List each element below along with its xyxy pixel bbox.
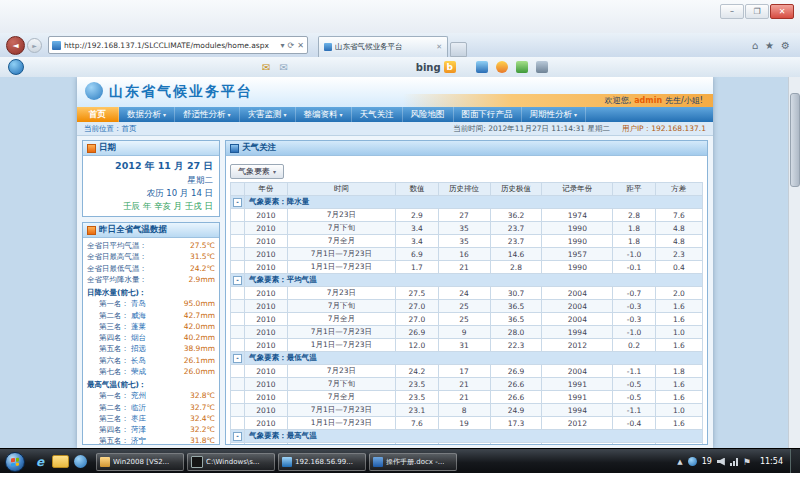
start-button[interactable]: [5, 452, 25, 472]
table-row[interactable]: 20107月全月3.43523.719901.84.8: [231, 235, 703, 248]
table-row[interactable]: 20107月1日—7月23日26.9928.01994-1.01.0: [231, 326, 703, 339]
nav-item-8[interactable]: 周期性分析▾: [522, 107, 587, 122]
home-icon[interactable]: ⌂: [752, 40, 758, 51]
taskbar-window-1[interactable]: C:\Windows\s...: [187, 453, 275, 471]
nav-item-5[interactable]: 天气关注: [352, 107, 403, 122]
cell: 2010: [245, 235, 287, 248]
nav-item-4[interactable]: 整编资料▾: [296, 107, 352, 122]
new-tab-button[interactable]: [450, 42, 467, 57]
chevron-down-icon: ▾: [574, 111, 577, 118]
cell: 35: [438, 222, 490, 235]
table-row[interactable]: 20107月23日27.52430.72004-0.72.0: [231, 287, 703, 300]
tools-gear-icon[interactable]: ⚙: [781, 40, 790, 51]
toolbar-round-icon[interactable]: [8, 59, 24, 75]
lead-cell: [231, 261, 245, 274]
toolbar-icon-3[interactable]: [516, 61, 528, 73]
taskbar-window-0[interactable]: Win2008 [VS2...: [96, 453, 184, 471]
table-row[interactable]: 20101月1日—7月23日1.7212.81990-0.10.4: [231, 261, 703, 274]
collapse-icon[interactable]: -: [233, 276, 242, 285]
nav-item-0[interactable]: 首页: [77, 107, 119, 122]
nav-item-3[interactable]: 灾害监测▾: [240, 107, 296, 122]
toolbar-icon-2[interactable]: [496, 61, 508, 73]
date-panel: 日期 2012 年 11 月 27 日 星期二 农历 10 月 14 日 壬辰 …: [82, 140, 220, 217]
welcome-suffix: 先生/小姐!: [665, 95, 703, 106]
cell: -0.5: [613, 391, 655, 404]
bing-logo[interactable]: bing b: [416, 61, 456, 73]
address-bar[interactable]: http://192.168.137.1/SLCCLIMATE/modules/…: [48, 36, 308, 54]
table-row[interactable]: 20107月全月27.02536.52004-0.31.6: [231, 313, 703, 326]
bing-logo-text: bing: [416, 62, 441, 73]
table-row[interactable]: 20101月1日—7月23日12.03122.320120.21.6: [231, 339, 703, 352]
element-filter-button[interactable]: 气象要素 ▾: [230, 164, 284, 179]
element-group-row[interactable]: -气象要素：最低气温: [231, 352, 703, 365]
element-group-row[interactable]: -气象要素：平均气温: [231, 274, 703, 287]
stop-icon[interactable]: ✕: [297, 41, 304, 50]
cell: 12.0: [396, 339, 438, 352]
table-row[interactable]: 20107月23日31.52936.31955,1951-0.32.5: [231, 443, 703, 445]
address-dropdown-icon[interactable]: ▾: [281, 41, 285, 50]
window-maximize-button[interactable]: ❐: [745, 4, 769, 19]
table-row[interactable]: 20107月下旬23.52126.61991-0.51.6: [231, 378, 703, 391]
clock[interactable]: 11:54: [760, 457, 783, 466]
lead-cell: [231, 313, 245, 326]
action-center-flag-icon[interactable]: ⚑: [743, 457, 751, 467]
toolbar-icon-4[interactable]: [536, 61, 548, 73]
element-group-row[interactable]: -气象要素：降水量: [231, 196, 703, 209]
network-icon[interactable]: [730, 458, 738, 466]
table-row[interactable]: 20107月全月23.52126.61991-0.51.6: [231, 391, 703, 404]
nav-item-7[interactable]: 图面下行产品: [454, 107, 522, 122]
taskbar-window-2[interactable]: 192.168.56.99...: [278, 453, 366, 471]
cell: 1月1日—7月23日: [287, 417, 396, 430]
nav-item-2[interactable]: 舒适性分析▾: [175, 107, 240, 122]
browser-tab[interactable]: 山东省气候业务平台 ✕: [318, 36, 448, 57]
vertical-scrollbar[interactable]: [788, 77, 800, 448]
lead-cell: [231, 209, 245, 222]
back-button[interactable]: ◄: [6, 36, 25, 55]
collapse-icon[interactable]: -: [233, 432, 242, 441]
table-row[interactable]: 20107月下旬27.02536.52004-0.31.6: [231, 300, 703, 313]
element-group-row[interactable]: -气象要素：最高气温: [231, 430, 703, 443]
window-close-button[interactable]: ✕: [770, 4, 794, 19]
collapse-icon[interactable]: -: [233, 198, 242, 207]
quick-launch-icons: e: [33, 454, 87, 470]
cell: 23.7: [490, 235, 542, 248]
rank-item: 第一名：青岛95.0mm: [87, 298, 215, 309]
media-player-icon[interactable]: [74, 455, 87, 468]
station-name: 长岛: [131, 355, 146, 366]
rank-label: 第五名：: [99, 435, 129, 444]
explorer-folder-icon[interactable]: [52, 455, 69, 468]
cell: -0.3: [613, 313, 655, 326]
refresh-icon[interactable]: ⟳: [288, 41, 295, 50]
table-row[interactable]: 20107月23日2.92736.219742.87.6: [231, 209, 703, 222]
tab-close-icon[interactable]: ✕: [436, 43, 442, 51]
forward-button[interactable]: ►: [27, 38, 42, 53]
scrollbar-thumb[interactable]: [790, 93, 800, 187]
windows-taskbar: e Win2008 [VS2...C:\Windows\s...192.168.…: [0, 448, 800, 474]
volume-icon[interactable]: [717, 458, 725, 466]
nav-item-6[interactable]: 风险地图: [403, 107, 454, 122]
window-minimize-button[interactable]: –: [720, 4, 744, 19]
table-row[interactable]: 20107月1日—7月23日23.1824.91994-1.11.0: [231, 404, 703, 417]
ie-icon[interactable]: e: [33, 454, 47, 470]
table-row[interactable]: 20107月23日24.21726.92004-1.11.8: [231, 365, 703, 378]
table-row[interactable]: 20107月1日—7月23日6.91614.61957-1.02.3: [231, 248, 703, 261]
taskbar-window-3[interactable]: 操作手册.docx -...: [369, 453, 457, 471]
rank-value: 31.8℃: [190, 435, 215, 444]
nav-item-label: 舒适性分析: [183, 109, 226, 121]
tray-expand-icon[interactable]: ▲: [677, 458, 682, 466]
show-desktop-button[interactable]: [790, 449, 800, 474]
favorites-star-icon[interactable]: ★: [765, 40, 774, 51]
collapse-icon[interactable]: -: [233, 354, 242, 363]
table-row[interactable]: 20101月1日—7月23日7.61917.32012-0.41.6: [231, 417, 703, 430]
mail-secondary-icon[interactable]: ✉: [279, 62, 287, 73]
table-row[interactable]: 20107月下旬3.43523.719901.84.8: [231, 222, 703, 235]
cell: 31.5: [396, 443, 438, 445]
mail-icon[interactable]: ✉: [262, 62, 270, 73]
cell: 1.8: [613, 235, 655, 248]
nav-item-1[interactable]: 数据分析▾: [119, 107, 175, 122]
tray-app-icon[interactable]: [688, 457, 697, 466]
lead-cell: [231, 222, 245, 235]
toolbar-icon-1[interactable]: [476, 61, 488, 73]
rank-item: 第四名：烟台40.2mm: [87, 332, 215, 343]
cell: 22.3: [490, 339, 542, 352]
